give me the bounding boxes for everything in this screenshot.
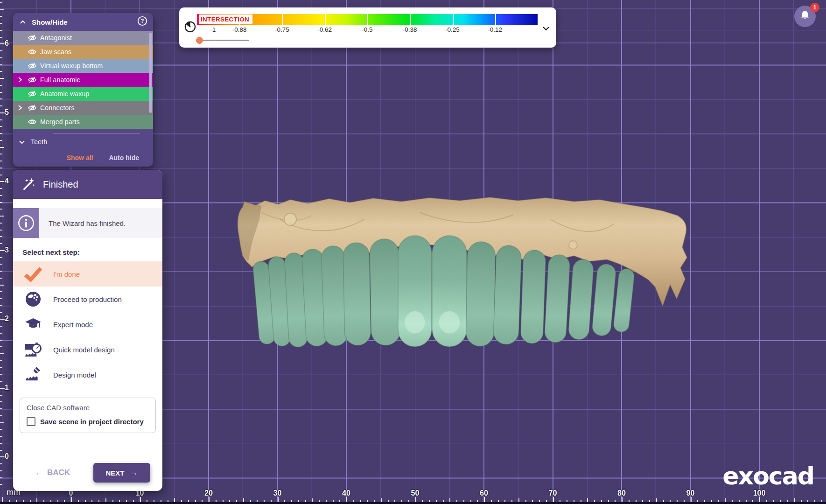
- chevron-down-icon[interactable]: [542, 24, 550, 33]
- ruler-number-bottom: 50: [411, 489, 420, 497]
- layer-label: Jaw scans: [40, 48, 71, 56]
- wizard-header: Finished: [13, 170, 162, 199]
- intersection-title: INTERSECTION: [201, 16, 249, 23]
- ruler-tick: [0, 85, 2, 86]
- ruler-tick: [243, 498, 244, 502]
- next-step-label: Proceed to production: [53, 295, 122, 303]
- show-all-button[interactable]: Show all: [67, 154, 93, 161]
- colorbar-divider: [453, 14, 454, 25]
- intersection-title-chip: INTERSECTION: [197, 14, 252, 24]
- next-step-expert-mode[interactable]: Expert mode: [13, 312, 162, 337]
- ruler-number-bottom: 90: [686, 489, 695, 497]
- colorbar-tick-label: -0.5: [362, 26, 372, 33]
- layer-label: Virtual waxup bottom: [40, 62, 103, 70]
- next-step-i-m-done[interactable]: I'm done: [13, 261, 162, 287]
- eye-off-icon[interactable]: [28, 91, 40, 97]
- check-icon: [23, 266, 43, 282]
- colorbar-tick-label: -0.25: [445, 26, 460, 33]
- ruler-tick: [518, 498, 519, 502]
- show-hide-title: Show/Hide: [32, 18, 137, 26]
- ruler-tick: [0, 326, 2, 327]
- save-scene-checkbox[interactable]: [27, 417, 35, 426]
- ruler-tick: [0, 422, 4, 423]
- layer-label: Antagonist: [40, 34, 72, 42]
- next-button-label: NEXT: [105, 469, 124, 477]
- ruler-tick: [0, 264, 2, 265]
- layer-row-antagonist[interactable]: Antagonist: [13, 31, 153, 45]
- ruler-tick: [0, 353, 4, 354]
- eye-off-icon[interactable]: [28, 77, 40, 83]
- ruler-tick: [0, 105, 2, 106]
- eye-off-icon[interactable]: [28, 63, 40, 69]
- colorbar-tick-label: -0.75: [275, 26, 289, 33]
- next-arrow-icon: →: [129, 468, 138, 478]
- design-model-icon: [23, 367, 43, 383]
- ruler-tick: [0, 30, 2, 31]
- ruler-tick: [0, 133, 2, 134]
- notification-badge[interactable]: 1: [810, 3, 819, 12]
- next-step-proceed-to-production[interactable]: Proceed to production: [13, 287, 162, 312]
- colorbar-divider: [282, 14, 283, 25]
- ruler-tick: [0, 16, 2, 17]
- collapse-chevron-up-icon[interactable]: [20, 18, 26, 26]
- ruler-tick: [484, 497, 485, 502]
- next-step-label: I'm done: [53, 270, 80, 278]
- ruler-number-left: 2: [5, 315, 9, 323]
- ruler-tick: [0, 367, 2, 368]
- wizard-buttons: ← BACK NEXT →: [13, 463, 162, 483]
- ruler-tick: [725, 498, 726, 502]
- ruler-number-left: 1: [5, 384, 9, 392]
- ruler-tick: [0, 470, 2, 471]
- chevron-down-icon[interactable]: [19, 138, 25, 146]
- eye-icon[interactable]: [28, 119, 40, 125]
- ruler-tick: [0, 450, 2, 451]
- ruler-tick: [0, 23, 2, 24]
- ruler-tick: [0, 92, 2, 93]
- ruler-tick: [0, 395, 2, 396]
- teeth-section-row[interactable]: Teeth: [13, 135, 153, 149]
- next-step-quick-model-design[interactable]: Quick model design: [13, 337, 162, 362]
- ruler-tick: [278, 497, 279, 502]
- quick-model-icon: [23, 342, 43, 357]
- back-button[interactable]: ← BACK: [35, 468, 70, 478]
- panel-scrollbar[interactable]: [149, 33, 152, 113]
- slider-handle[interactable]: [196, 37, 203, 44]
- auto-hide-button[interactable]: Auto hide: [109, 154, 139, 161]
- close-cad-title: Close CAD software: [27, 404, 149, 412]
- layer-row-virtual-waxup-bottom[interactable]: Virtual waxup bottom: [13, 59, 153, 73]
- next-button[interactable]: NEXT →: [93, 463, 150, 483]
- ruler-tick: [0, 64, 2, 65]
- chevron-right-icon[interactable]: [18, 77, 28, 83]
- expert-icon: [23, 317, 43, 331]
- eye-off-icon[interactable]: [28, 105, 40, 111]
- layer-row-anatomic-waxup[interactable]: Anatomic waxup: [13, 87, 153, 101]
- show-hide-header[interactable]: Show/Hide ?: [13, 13, 153, 31]
- gauge-icon[interactable]: [184, 21, 196, 35]
- help-icon[interactable]: ?: [137, 16, 147, 28]
- ruler-tick: [0, 443, 2, 444]
- ruler-number-bottom: 20: [204, 489, 213, 497]
- layer-row-connectors[interactable]: Connectors: [13, 101, 153, 115]
- ruler-tick: [0, 202, 2, 203]
- colorbar-tick-label: -0.38: [403, 26, 417, 33]
- layer-row-full-anatomic[interactable]: Full anatomic: [13, 73, 153, 87]
- colorbar-divider: [367, 14, 368, 25]
- next-step-label: Quick model design: [53, 346, 115, 354]
- save-scene-label: Save scene in project directory: [40, 418, 144, 426]
- chevron-right-icon[interactable]: [18, 105, 28, 111]
- svg-text:?: ?: [140, 18, 144, 24]
- eye-off-icon[interactable]: [28, 35, 40, 41]
- eye-icon[interactable]: [28, 49, 40, 55]
- layer-row-jaw-scans[interactable]: Jaw scans: [13, 45, 153, 59]
- next-step-design-model[interactable]: Design model: [13, 362, 162, 387]
- save-scene-option[interactable]: Save scene in project directory: [27, 417, 149, 426]
- ruler-tick: [759, 497, 760, 502]
- production-icon: [23, 291, 43, 308]
- layer-row-merged-parts[interactable]: Merged parts: [13, 115, 153, 129]
- teeth-section-label: Teeth: [31, 138, 47, 146]
- show-hide-actions: Show all Auto hide: [13, 149, 153, 167]
- ruler-tick: [0, 175, 2, 175]
- layer-label: Merged parts: [40, 118, 80, 126]
- ruler-tick: [0, 278, 2, 279]
- intersection-slider[interactable]: [197, 40, 249, 41]
